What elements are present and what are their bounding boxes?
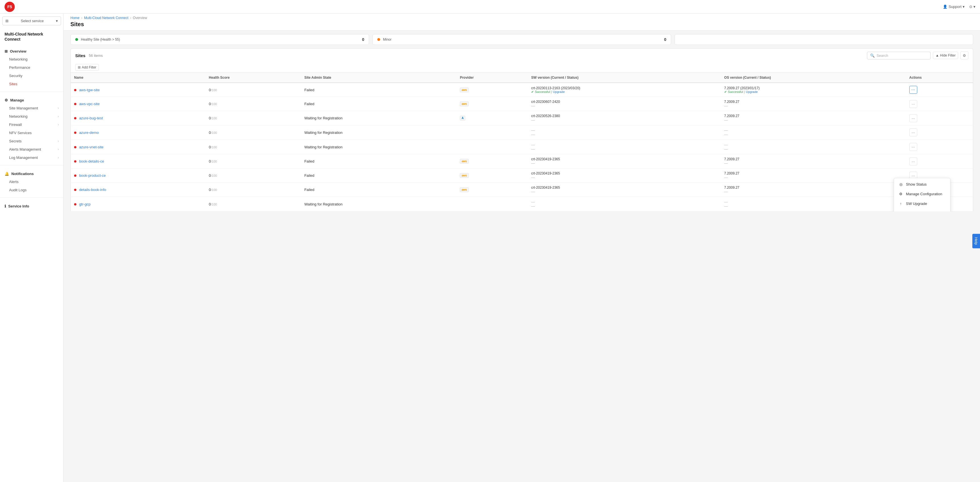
help-button[interactable]: Help [972,234,980,248]
sidebar-item-alerts-management[interactable]: Alerts Management › [0,145,63,153]
cell-provider: aws [457,154,528,169]
site-name-link[interactable]: azure-vnet-site [79,145,103,149]
notifications-label: Notifications [11,172,34,176]
sw-version-text: crt-20230419-2365 [531,157,718,161]
breadcrumb-home[interactable]: Home [70,16,80,20]
table-row: details-book-info 0/100 Failed aws crt-2… [71,183,973,197]
sidebar-item-sites[interactable]: Sites [0,80,63,88]
sidebar-item-notifications[interactable]: 🔔 Notifications [0,169,63,178]
hide-filter-button[interactable]: ▲ Hide Filter [933,52,958,59]
settings-button[interactable]: ⚙ [961,51,968,59]
breadcrumb-sep-2: › [130,16,131,20]
user-button[interactable]: ⊙ ▾ [969,5,975,9]
cell-provider [457,197,528,211]
status-card-minor[interactable]: Minor 0 [372,34,671,45]
nav-section-manage: ⚙ Manage Site Management › Networking › … [0,93,63,164]
os-version-text: 7.2009.27 [724,157,902,161]
aws-provider-icon: aws [460,187,469,192]
sidebar: ⊞ Select service ▾ Multi-Cloud Network C… [0,14,64,482]
col-health: Health Score [205,73,301,83]
actions-dots-button[interactable]: ··· [909,100,917,108]
sw-status-dash: — [531,132,535,137]
sidebar-item-secrets[interactable]: Secrets › [0,137,63,145]
sw-version-dash: — [531,200,535,204]
os-upgrade-link[interactable]: Upgrade [746,90,758,94]
os-status-dash: — [724,147,728,151]
sidebar-item-alerts[interactable]: Alerts [0,178,63,186]
sidebar-item-audit-logs[interactable]: Audit Logs [0,186,63,194]
actions-dots-button[interactable]: ··· [909,128,917,136]
add-filter-button[interactable]: ⊞ Add Filter [75,64,99,71]
minor-count: 0 [664,37,666,42]
sw-sub-dash: — [531,190,718,194]
health-out-of: /100 [211,102,217,106]
sidebar-item-log-management[interactable]: Log Management › [0,153,63,162]
os-sub-dash: — [724,161,902,165]
context-menu-sw-upgrade[interactable]: ↑ SW Upgrade [894,199,950,208]
cell-sw-version: —— [528,140,721,154]
site-name-link[interactable]: azure-demo [79,131,99,135]
health-score-value: 0/100 [209,145,217,149]
arrow-icon-3: › [58,123,59,126]
chevron-down-icon-3: ▾ [56,19,58,23]
sidebar-item-site-management[interactable]: Site Management › [0,104,63,112]
context-menu-os-upgrade[interactable]: ↑ OS Upgrade [894,208,950,211]
cell-sw-version: —— [528,197,721,211]
nav-divider-1 [0,91,63,92]
select-service-dropdown[interactable]: ⊞ Select service ▾ [2,16,61,25]
sidebar-item-manage[interactable]: ⚙ Manage [0,95,63,104]
context-menu-manage-config[interactable]: ⚙ Manage Configuration [894,189,950,199]
support-button[interactable]: 👤 Support ▾ [943,5,965,9]
os-version-text: 7.2009.27 [724,100,902,104]
os-status-dash: — [724,132,728,137]
aws-provider-icon: aws [460,159,469,164]
orange-dot-icon [377,38,380,41]
col-provider: Provider [457,73,528,83]
site-name-link[interactable]: aws-vpc-site [79,102,100,106]
info-icon: ℹ [5,204,6,208]
header-row: Name Health Score Site Admin State Provi… [71,73,973,83]
table-toolbar: Sites 56 items 🔍 ▲ Hide Filter ⚙ [70,48,973,62]
cell-health: 0/100 [205,169,301,183]
sidebar-item-nfv-services[interactable]: NFV Services [0,129,63,137]
sites-table: Name Health Score Site Admin State Provi… [70,73,973,211]
sw-version-text: crt-20230607-2420 [531,100,718,104]
search-input[interactable] [877,53,928,58]
cell-name: book-details-ce [71,154,205,169]
actions-dots-button[interactable]: ··· [909,158,917,165]
sw-upgrade-link[interactable]: Upgrade [553,90,565,94]
sidebar-item-overview[interactable]: ⊞ Overview [0,46,63,55]
actions-dots-button[interactable]: ··· [909,143,917,151]
site-name-link[interactable]: aws-tgw-site [79,88,100,92]
cell-os-version: 7.2009.27— [721,111,906,125]
site-name-link[interactable]: book-product-ce [79,173,106,178]
cell-os-version: —— [721,197,906,211]
site-name-link[interactable]: gtr-gcp [79,202,91,206]
cell-admin-state: Waiting for Registration [301,197,457,211]
status-card-healthy[interactable]: Healthy Site (Health > 55) 0 [70,34,369,45]
table-row: azure-vnet-site 0/100 Waiting for Regist… [71,140,973,154]
nav-section-service-info: ℹ Service Info [0,199,63,212]
health-out-of: /100 [211,203,217,206]
site-name-link[interactable]: azure-bug-test [79,116,103,120]
sidebar-item-networking-manage[interactable]: Networking › [0,112,63,120]
sidebar-item-security[interactable]: Security [0,72,63,80]
context-menu-show-status[interactable]: ◎ Show Status [894,179,950,189]
filter-add-icon: ⊞ [78,65,81,69]
status-red-dot [74,117,76,120]
sidebar-item-service-info[interactable]: ℹ Service Info [0,201,63,210]
sidebar-item-networking[interactable]: Networking [0,55,63,63]
actions-menu-button[interactable]: ··· [909,86,917,94]
site-name-link[interactable]: details-book-info [79,188,106,192]
sidebar-item-firewall[interactable]: Firewall › [0,120,63,129]
sidebar-item-performance[interactable]: Performance [0,63,63,72]
site-name-link[interactable]: book-details-ce [79,159,104,163]
os-upgrade-icon: ↑ [899,211,903,211]
sw-sub-dash: — [531,161,718,165]
actions-dots-button[interactable]: ··· [909,114,917,122]
green-dot-icon [75,38,78,41]
cell-name: book-product-ce [71,169,205,183]
cell-sw-version: crt-20230419-2365— [528,183,721,197]
breadcrumb-section[interactable]: Multi-Cloud Network Connect [84,16,128,20]
status-card-neutral[interactable] [675,34,973,45]
